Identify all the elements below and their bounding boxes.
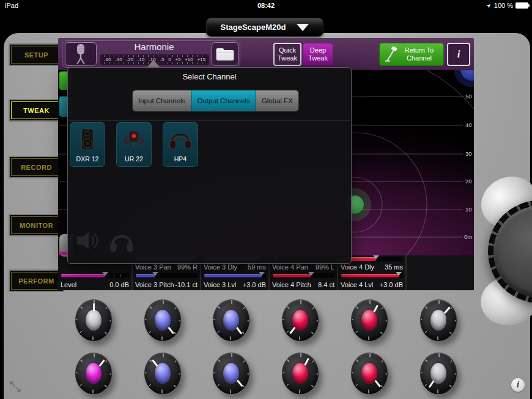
tweak-knob-1-3[interactable]	[213, 299, 249, 341]
app-title: StageScapeM20d	[221, 23, 286, 32]
clock: 08:42	[0, 2, 532, 9]
presets-folder-button[interactable]	[212, 42, 238, 66]
param-label: Voice 3 Lvl	[204, 281, 236, 288]
level-slider[interactable]	[61, 273, 129, 278]
info-label: i	[457, 48, 460, 60]
tweak-knob-2-6[interactable]	[420, 353, 457, 394]
tweak-knob-1-6[interactable]	[420, 299, 457, 341]
help-info-button[interactable]: i	[511, 378, 525, 392]
tab-label: Global FX	[262, 97, 293, 104]
svg-text:0m: 0m	[464, 233, 472, 240]
param-value: -10.1 ct	[175, 281, 198, 288]
battery-percent: 100 %	[494, 2, 513, 9]
channel-grid: DXR 12 UR 22	[70, 122, 198, 167]
tweak-knob-2-4[interactable]	[282, 353, 319, 394]
param-label: Voice 3 Dly	[204, 263, 237, 271]
tab-output-channels[interactable]: Output Channels	[191, 90, 256, 112]
channel-label: HP4	[174, 155, 187, 163]
tab-label: Input Channels	[138, 97, 185, 104]
headphones-icon	[168, 126, 193, 153]
distance-label: 50	[465, 93, 472, 100]
meter-tick: +5	[175, 57, 180, 62]
battery-icon	[515, 2, 528, 9]
meter-tick: -30	[115, 57, 122, 62]
mute-speaker-icon	[75, 229, 102, 252]
param-value: 59 ms	[248, 263, 266, 271]
param-value: 35 ms	[385, 263, 403, 271]
tab-input-channels[interactable]: Input Channels	[132, 90, 191, 112]
tweak-knob-1-5[interactable]	[351, 299, 388, 341]
channel-hp4-button[interactable]: HP4	[163, 122, 198, 167]
sidebar-label: MONITOR	[20, 222, 53, 229]
channel-type-tabs: Input Channels Output Channels Global FX	[132, 90, 299, 112]
toolbar-info-button[interactable]: i	[447, 43, 470, 66]
voice3-lvl-slider[interactable]	[204, 273, 266, 278]
sidebar-item-tweak[interactable]: TWEAK	[9, 99, 64, 122]
tweak-knob-2-2[interactable]	[144, 353, 181, 394]
tab-label: Output Channels	[197, 97, 249, 104]
voice4-lvl-slider[interactable]	[341, 273, 403, 278]
sidebar-item-record[interactable]: RECORD	[9, 156, 64, 178]
tweak-knob-2-5[interactable]	[351, 353, 388, 394]
select-channel-dialog: Select Channel Input Channels Output Cha…	[67, 67, 352, 264]
channel-label: DXR 12	[76, 155, 99, 163]
return-to-channel-button[interactable]: Return To Channel	[379, 43, 444, 66]
speaker-cabinet-icon	[77, 126, 98, 153]
dialog-separator	[69, 120, 350, 120]
svg-text:10: 10	[465, 206, 472, 213]
app-selector-dropdown[interactable]: StageScapeM20d	[206, 18, 323, 37]
param-value: 0.0 dB	[109, 281, 129, 288]
svg-text:30: 30	[465, 150, 472, 157]
chevron-down-icon	[297, 24, 309, 31]
info-glyph: i	[517, 380, 519, 390]
param-label: Level	[61, 281, 76, 288]
param-label: Voice 3 Pitch	[135, 281, 174, 288]
param-value: 99% L	[316, 263, 334, 271]
channel-strip: Harmonie -60 -30 -20 -15 -10 -5 0 +5 +10…	[62, 40, 240, 68]
voice3-pitch-slider[interactable]	[135, 273, 198, 278]
sidebar-label: RECORD	[21, 164, 52, 171]
param-value: 8.4 ct	[318, 281, 334, 288]
meter-tick: +15	[197, 57, 205, 62]
tweak-knob-2-3[interactable]	[213, 353, 249, 394]
deep-tweak-label: Deep Tweak	[303, 46, 333, 62]
sidebar-item-setup[interactable]: SETUP	[9, 43, 64, 66]
headphones-monitor-icon	[107, 228, 136, 254]
meter-tick: 0	[168, 57, 171, 62]
folder-icon	[215, 46, 235, 62]
tweak-knob-1-2[interactable]	[144, 299, 181, 341]
channel-dxr12-button[interactable]: DXR 12	[70, 122, 105, 167]
microphone-icon	[72, 43, 90, 65]
channel-name: Harmonie	[99, 42, 209, 52]
param-value: 99% R	[177, 263, 198, 271]
resize-arrows-icon[interactable]	[7, 379, 23, 395]
meter-tick: -15	[138, 57, 145, 62]
sidebar-label: PERFORM	[18, 277, 54, 285]
param-value: +3.0 dB	[243, 281, 266, 288]
channel-icon-button[interactable]	[65, 42, 97, 66]
svg-text:20: 20	[465, 178, 472, 185]
voice4-pitch-slider[interactable]	[272, 273, 334, 278]
tweak-knob-1-4[interactable]	[282, 299, 319, 341]
quick-tweak-label: Quick Tweak	[275, 46, 300, 62]
dialog-title: Select Channel	[68, 72, 351, 81]
deep-tweak-button[interactable]: Deep Tweak	[303, 43, 333, 66]
sidebar-item-perform[interactable]: PERFORM	[9, 269, 64, 292]
tweak-knob-2-1[interactable]	[75, 353, 112, 394]
tweak-toolbar: Harmonie -60 -30 -20 -15 -10 -5 0 +5 +10…	[58, 38, 474, 70]
return-label: Return To Channel	[401, 46, 438, 62]
tweak-knob-1-1[interactable]	[75, 299, 112, 341]
sidebar-item-monitor[interactable]: MONITOR	[9, 214, 64, 236]
svg-text:40: 40	[465, 122, 472, 128]
mic-stand-icon	[385, 45, 397, 64]
tab-global-fx[interactable]: Global FX	[256, 90, 299, 112]
channel-label: UR 22	[125, 155, 143, 163]
param-label: Voice 3 Pan	[135, 263, 171, 271]
param-label: Voice 4 Dly	[341, 263, 374, 271]
channel-ur22-button[interactable]: UR 22	[116, 122, 152, 167]
param-label: Voice 4 Lvl	[341, 281, 373, 288]
param-label: Voice 4 Pan	[272, 263, 308, 271]
quick-tweak-button[interactable]: Quick Tweak	[273, 43, 301, 66]
param-col-empty	[405, 255, 474, 290]
meter-tick: +10	[185, 57, 193, 62]
